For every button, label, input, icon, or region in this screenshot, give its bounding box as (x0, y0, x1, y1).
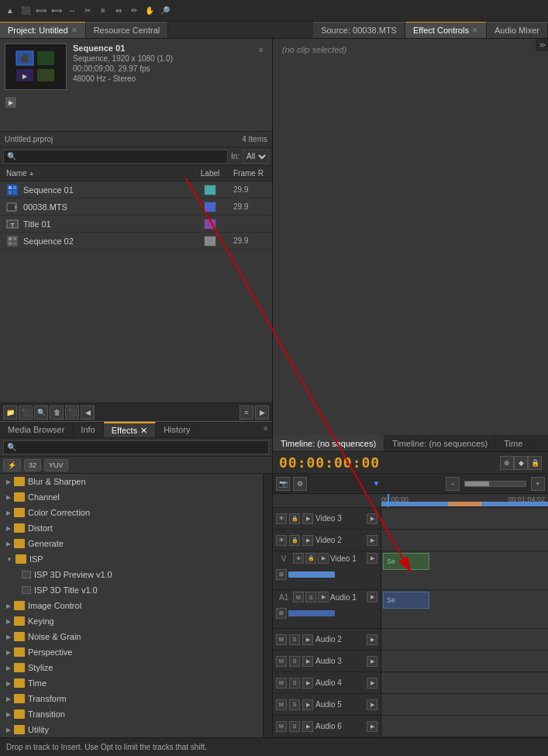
track-audio5-mute[interactable]: M (276, 699, 287, 710)
bit32-btn[interactable]: 32 (24, 459, 41, 471)
rate-stretch-icon[interactable]: ↔ (65, 4, 79, 18)
track-video1-arrow[interactable]: ▶ (318, 553, 329, 564)
effects-panel-menu[interactable]: ≡ (260, 422, 272, 434)
accel-icon-btn[interactable]: ⚡ (3, 459, 21, 471)
tl-zoom-out-btn[interactable]: − (446, 477, 460, 491)
slip-tool-icon[interactable]: ≡ (96, 4, 110, 18)
tl-zoom-slider[interactable] (464, 481, 526, 487)
effects-scrollbar[interactable] (263, 474, 272, 737)
track-audio1-mute[interactable]: M (293, 592, 304, 602)
list-view-btn[interactable]: ≡ (240, 406, 253, 419)
track-video1-eye[interactable]: 👁 (293, 553, 304, 564)
track-audio3-solo[interactable]: S (289, 656, 300, 667)
track-audio2-arrow[interactable]: ▶ (302, 634, 313, 645)
track-select-icon[interactable]: ⬛ (19, 4, 33, 18)
tab-history[interactable]: History (156, 422, 198, 437)
track-audio1-arrow[interactable]: ▶ (318, 592, 329, 602)
tab-media-browser[interactable]: Media Browser (0, 422, 73, 437)
track-audio4-arrow[interactable]: ▶ (302, 678, 313, 689)
track-audio4-mute[interactable]: M (276, 678, 287, 689)
track-video2-lock[interactable]: 🔒 (289, 535, 300, 546)
clip-video1-se[interactable]: Se (383, 553, 429, 570)
tab-effects[interactable]: Effects ✕ (104, 422, 156, 437)
pen-tool-icon[interactable]: ✏ (127, 4, 141, 18)
tab-effect-close[interactable]: ✕ (472, 26, 478, 34)
prev-btn[interactable]: ◀ (81, 406, 95, 419)
find-btn[interactable]: 🔍 (34, 406, 48, 419)
track-audio2-solo[interactable]: S (289, 634, 300, 645)
tab-effects-close[interactable]: ✕ (140, 426, 147, 436)
file-row-seq01[interactable]: Sequence 01 29.9 (0, 181, 272, 198)
timeline-tab-1[interactable]: Timeline: (no sequences) (273, 435, 384, 451)
project-search-input[interactable] (3, 150, 228, 164)
track-video3-tri[interactable]: ▶ (367, 513, 377, 524)
effect-controls-menu[interactable]: ≫ (536, 39, 548, 51)
rolling-edit-icon[interactable]: ⟺ (50, 4, 64, 18)
select-tool-icon[interactable]: ▲ (3, 4, 17, 18)
clear-btn[interactable]: 🗑 (50, 406, 64, 419)
timeline-tab-2[interactable]: Timeline: (no sequences) (384, 435, 496, 451)
file-row-title01[interactable]: T Title 01 (0, 216, 272, 233)
track-video2-arrow[interactable]: ▶ (302, 535, 313, 546)
track-audio1-tri[interactable]: ▶ (367, 592, 377, 602)
file-row-mts[interactable]: 00038.MTS 29.9 (0, 198, 272, 216)
ripple-edit-icon[interactable]: ⟺ (34, 4, 48, 18)
tree-distort[interactable]: ▶ Distort (0, 520, 263, 536)
track-video2-eye[interactable]: 👁 (276, 535, 287, 546)
tl-lock-btn[interactable]: 🔒 (528, 456, 542, 470)
track-audio4-solo[interactable]: S (289, 678, 300, 689)
tl-zoom-in-btn[interactable]: + (531, 477, 545, 491)
track-audio1-solo[interactable]: S (305, 592, 316, 602)
tl-snap-btn[interactable]: ⊕ (500, 456, 514, 470)
track-video1-lock[interactable]: 🔒 (305, 553, 316, 564)
track-audio5-solo[interactable]: S (289, 699, 300, 710)
track-audio6-arrow[interactable]: ▶ (302, 721, 313, 732)
play-button[interactable]: ▶ (5, 96, 17, 109)
tree-isp-3d-preview[interactable]: ISP 3D Preview v1.0 (0, 567, 263, 582)
track-video3-eye[interactable]: 👁 (276, 513, 287, 524)
tree-blur-sharpen[interactable]: ▶ Blur & Sharpen (0, 474, 263, 489)
track-audio5-arrow[interactable]: ▶ (302, 699, 313, 710)
zoom-tool-icon[interactable]: 🔎 (158, 4, 172, 18)
tab-source[interactable]: Source: 00038.MTS (313, 22, 405, 38)
project-panel-menu[interactable]: ≡ (255, 43, 267, 56)
file-row-seq02[interactable]: Sequence 02 29.9 (0, 233, 272, 250)
tree-color-correction[interactable]: ▶ Color Correction (0, 505, 263, 520)
tree-channel[interactable]: ▶ Channel (0, 489, 263, 505)
tl-marker-btn[interactable]: ◆ (514, 456, 528, 470)
track-audio3-arrow[interactable]: ▶ (302, 656, 313, 667)
track-audio6-mute[interactable]: M (276, 721, 287, 732)
tree-isp[interactable]: ▼ ISP (0, 551, 263, 567)
razor-tool-icon[interactable]: ✂ (81, 4, 95, 18)
track-audio3-tri[interactable]: ▶ (367, 656, 377, 667)
track-audio2-mute[interactable]: M (276, 634, 287, 645)
tree-transition[interactable]: ▶ Transition (0, 706, 263, 722)
icon-view-btn[interactable]: ▶ (255, 406, 269, 419)
effects-search-input[interactable] (3, 440, 269, 454)
tl-settings-btn[interactable]: ⚙ (293, 477, 307, 491)
new-bin-btn[interactable]: 📁 (3, 406, 17, 419)
track-audio6-tri[interactable]: ▶ (367, 721, 377, 732)
tab-project-close[interactable]: ✕ (71, 26, 78, 34)
track-video1-tri[interactable]: ▶ (367, 553, 377, 564)
tree-stylize[interactable]: ▶ Stylize (0, 660, 263, 675)
tree-generate[interactable]: ▶ Generate (0, 536, 263, 551)
track-video1-sync[interactable]: ⊞ (276, 569, 287, 580)
hand-tool-icon[interactable]: ✋ (143, 4, 157, 18)
clip-audio1-se[interactable]: Se (383, 592, 429, 609)
tab-audio-mixer[interactable]: Audio Mixer (487, 22, 548, 38)
track-audio2-tri[interactable]: ▶ (367, 634, 377, 645)
track-audio5-tri[interactable]: ▶ (367, 699, 377, 710)
tree-isp-3d-title[interactable]: ISP 3D Title v1.0 (0, 582, 263, 598)
tree-image-control[interactable]: ▶ Image Control (0, 598, 263, 613)
tree-time[interactable]: ▶ Time (0, 675, 263, 691)
tab-project-untitled[interactable]: Project: Untitled ✕ (0, 22, 86, 38)
slide-tool-icon[interactable]: ⇔ (112, 4, 126, 18)
tl-render-btn[interactable]: 📷 (276, 477, 290, 491)
yuv-btn[interactable]: YUV (44, 459, 68, 471)
tree-transform[interactable]: ▶ Transform (0, 691, 263, 706)
new-item-btn[interactable]: ⬛ (19, 406, 33, 419)
tab-effect-controls[interactable]: Effect Controls ✕ (405, 22, 487, 38)
in-select[interactable]: All (243, 150, 269, 164)
track-video3-lock[interactable]: 🔒 (289, 513, 300, 524)
